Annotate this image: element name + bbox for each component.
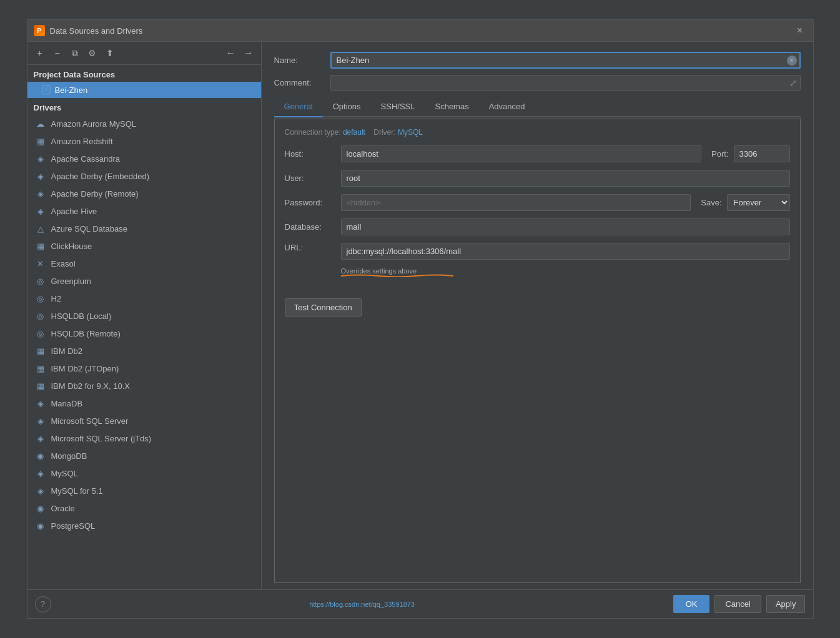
driver-icon: ◎ bbox=[35, 293, 46, 304]
driver-item[interactable]: ◈ MySQL for 5.1 bbox=[27, 482, 261, 499]
project-item-label: Bei-Zhen bbox=[55, 86, 88, 95]
ok-button[interactable]: OK bbox=[673, 595, 710, 613]
url-input[interactable] bbox=[341, 243, 790, 260]
driver-item-label: Apache Hive bbox=[51, 207, 97, 216]
settings-button[interactable]: ⚙ bbox=[85, 46, 100, 61]
driver-icon: ◎ bbox=[35, 310, 46, 321]
driver-item-label: MariaDB bbox=[51, 399, 83, 408]
driver-item[interactable]: ◎ HSQLDB (Remote) bbox=[27, 325, 261, 342]
driver-item[interactable]: ▦ IBM Db2 bbox=[27, 342, 261, 360]
overrides-text: Overrides settings above bbox=[341, 267, 790, 275]
driver-item[interactable]: ◈ MySQL bbox=[27, 464, 261, 482]
user-row: User: bbox=[285, 170, 790, 187]
bottom-url: https://blog.csdn.net/qq_33591873 bbox=[309, 601, 415, 608]
datasource-icon bbox=[41, 85, 51, 95]
app-icon: P bbox=[34, 25, 45, 36]
comment-input[interactable] bbox=[330, 75, 801, 91]
driver-icon: ◉ bbox=[35, 520, 46, 531]
driver-icon: ▦ bbox=[35, 380, 46, 391]
dialog-body: + − ⧉ ⚙ ⬆ ← → Project Data Sources Bei-Z… bbox=[27, 42, 813, 589]
help-button[interactable]: ? bbox=[35, 596, 51, 612]
right-panel: Name: × Comment: ⤢ General Options SSH/S… bbox=[262, 42, 813, 589]
driver-icon: ◈ bbox=[35, 433, 46, 444]
nav-back-button[interactable]: ← bbox=[224, 46, 239, 60]
driver-item[interactable]: ◈ Apache Derby (Embedded) bbox=[27, 167, 261, 185]
driver-item[interactable]: ◎ Greenplum bbox=[27, 272, 261, 290]
database-input[interactable] bbox=[341, 218, 790, 235]
driver-item[interactable]: ☁ Amazon Aurora MySQL bbox=[27, 115, 261, 132]
driver-value[interactable]: MySQL bbox=[398, 128, 423, 137]
driver-item[interactable]: ◉ PostgreSQL bbox=[27, 517, 261, 534]
remove-button[interactable]: − bbox=[50, 46, 65, 61]
driver-item-label: Apache Derby (Remote) bbox=[51, 189, 139, 199]
driver-item[interactable]: ◎ HSQLDB (Local) bbox=[27, 307, 261, 325]
driver-icon: ▦ bbox=[35, 363, 46, 374]
connection-type-row: Connection type: default Driver: MySQL bbox=[285, 128, 790, 137]
driver-item[interactable]: ▦ ClickHouse bbox=[27, 237, 261, 255]
title-bar-left: P Data Sources and Drivers bbox=[34, 25, 143, 36]
driver-icon: ◈ bbox=[35, 468, 46, 479]
driver-item[interactable]: ◈ Apache Hive bbox=[27, 202, 261, 220]
driver-item-label: IBM Db2 bbox=[51, 346, 83, 356]
user-input[interactable] bbox=[341, 170, 790, 187]
driver-icon: ✕ bbox=[35, 258, 46, 269]
driver-item[interactable]: ▦ Amazon Redshift bbox=[27, 132, 261, 150]
tab-sshssl[interactable]: SSH/SSL bbox=[371, 97, 425, 117]
name-input[interactable] bbox=[330, 52, 801, 69]
add-button[interactable]: + bbox=[32, 46, 47, 61]
cancel-button[interactable]: Cancel bbox=[714, 595, 761, 613]
left-panel: + − ⧉ ⚙ ⬆ ← → Project Data Sources Bei-Z… bbox=[27, 42, 262, 589]
password-row: Password: Save: Forever Until restart Ne… bbox=[285, 194, 790, 211]
close-button[interactable]: × bbox=[793, 24, 807, 37]
left-toolbar: + − ⧉ ⚙ ⬆ ← → bbox=[27, 42, 261, 65]
apply-button[interactable]: Apply bbox=[766, 595, 806, 613]
connection-type-value[interactable]: default bbox=[343, 128, 365, 137]
dialog: P Data Sources and Drivers × + − ⧉ ⚙ ⬆ ←… bbox=[27, 19, 814, 619]
test-connection-button[interactable]: Test Connection bbox=[285, 298, 362, 317]
url-label: URL: bbox=[285, 243, 341, 252]
driver-item[interactable]: ✕ Exasol bbox=[27, 255, 261, 272]
tab-options[interactable]: Options bbox=[323, 97, 371, 117]
overrides-underline-svg bbox=[341, 274, 453, 277]
driver-item[interactable]: ◉ MongoDB bbox=[27, 447, 261, 464]
save-select[interactable]: Forever Until restart Never bbox=[727, 194, 790, 211]
driver-icon: ◈ bbox=[35, 415, 46, 426]
database-label: Database: bbox=[285, 222, 341, 232]
comment-expand-button[interactable]: ⤢ bbox=[789, 78, 797, 88]
drivers-list: ☁ Amazon Aurora MySQL ▦ Amazon Redshift … bbox=[27, 115, 261, 589]
dialog-title: Data Sources and Drivers bbox=[50, 26, 143, 36]
driver-item[interactable]: ◈ Apache Cassandra bbox=[27, 150, 261, 167]
driver-item[interactable]: ▦ IBM Db2 for 9.X, 10.X bbox=[27, 377, 261, 395]
tab-schemas[interactable]: Schemas bbox=[425, 97, 478, 117]
driver-item-label: Amazon Redshift bbox=[51, 137, 113, 146]
tab-advanced[interactable]: Advanced bbox=[479, 97, 535, 117]
driver-item[interactable]: ◈ Apache Derby (Remote) bbox=[27, 185, 261, 202]
title-bar: P Data Sources and Drivers × bbox=[27, 20, 813, 42]
driver-item-label: IBM Db2 for 9.X, 10.X bbox=[51, 381, 130, 391]
password-input[interactable] bbox=[341, 194, 691, 211]
driver-item[interactable]: ◉ Oracle bbox=[27, 499, 261, 517]
driver-item-label: Oracle bbox=[51, 504, 75, 513]
driver-item[interactable]: ◈ Microsoft SQL Server bbox=[27, 412, 261, 429]
nav-fwd-button[interactable]: → bbox=[241, 46, 256, 60]
driver-item[interactable]: ◈ Microsoft SQL Server (jTds) bbox=[27, 429, 261, 447]
name-row: Name: × bbox=[274, 52, 801, 69]
driver-item[interactable]: △ Azure SQL Database bbox=[27, 220, 261, 237]
driver-icon: ◈ bbox=[35, 398, 46, 409]
driver-item-label: Apache Cassandra bbox=[51, 154, 121, 164]
port-input[interactable] bbox=[734, 145, 790, 162]
host-input[interactable] bbox=[341, 145, 702, 162]
project-section-header: Project Data Sources bbox=[27, 65, 261, 82]
driver-item[interactable]: ◎ H2 bbox=[27, 290, 261, 307]
database-row: Database: bbox=[285, 218, 790, 235]
test-connection-section: Test Connection bbox=[285, 288, 790, 317]
copy-button[interactable]: ⧉ bbox=[67, 46, 82, 61]
driver-item[interactable]: ▦ IBM Db2 (JTOpen) bbox=[27, 360, 261, 377]
tab-general[interactable]: General bbox=[274, 97, 323, 117]
host-label: Host: bbox=[285, 149, 341, 159]
driver-item-label: MySQL bbox=[51, 469, 78, 478]
export-button[interactable]: ⬆ bbox=[102, 46, 117, 61]
name-clear-button[interactable]: × bbox=[787, 56, 797, 66]
driver-item[interactable]: ◈ MariaDB bbox=[27, 395, 261, 412]
project-item-beizhen[interactable]: Bei-Zhen bbox=[27, 82, 261, 98]
